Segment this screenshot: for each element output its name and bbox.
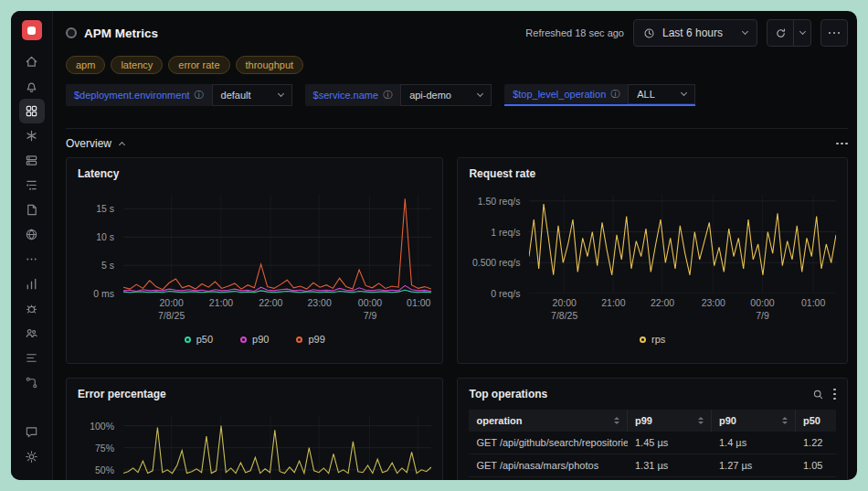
- legend-item-p99[interactable]: p99: [296, 334, 324, 345]
- panel-top-operations: Top operations operation p99: [457, 378, 848, 480]
- latency-y-axis: 0 ms5 s10 s15 s: [78, 195, 123, 294]
- sidebar-item-billing[interactable]: [19, 346, 45, 370]
- filter-value-text: default: [221, 90, 251, 101]
- time-range-select[interactable]: Last 6 hours: [633, 19, 757, 47]
- tag-error-rate[interactable]: error rate: [168, 56, 229, 74]
- globe-icon: [25, 228, 38, 241]
- dashboards-grid-icon: [25, 104, 38, 118]
- sidebar-item-support[interactable]: [19, 420, 45, 444]
- refreshed-status: Refreshed 18 sec ago: [525, 27, 624, 38]
- page-title: APM Metrics: [84, 27, 158, 40]
- sort-icon: [614, 417, 619, 424]
- x-tick-label: 21:00: [601, 297, 625, 308]
- table-menu-button[interactable]: [833, 389, 836, 400]
- section-overview-bar: Overview: [66, 128, 848, 150]
- request-rate-chart[interactable]: [529, 195, 836, 294]
- filter-var-label: $top_level_operation ⓘ: [504, 84, 628, 104]
- dashboard-circle-icon: [66, 27, 77, 38]
- time-range-value: Last 6 hours: [662, 27, 723, 39]
- sidebar-item-home[interactable]: [19, 49, 45, 74]
- y-tick-label: 50%: [95, 464, 114, 475]
- latency-chart[interactable]: [123, 195, 431, 294]
- x-tick-label: 22:00: [259, 297, 282, 308]
- x-tick-label: 22:00: [651, 297, 674, 308]
- legend-item-p50[interactable]: p50: [185, 334, 213, 345]
- bar-chart-icon: [25, 277, 38, 291]
- table-row[interactable]: GET /api/github/search/repositories 1.45…: [469, 432, 836, 454]
- column-p50[interactable]: p50: [796, 410, 836, 432]
- sidebar-item-traces[interactable]: [19, 173, 45, 197]
- tag-throughput[interactable]: throughput: [236, 56, 304, 74]
- y-tick-label: 75%: [95, 443, 114, 454]
- info-icon[interactable]: ⓘ: [610, 88, 619, 101]
- chevron-down-icon: [742, 28, 748, 35]
- filter-top-level-operation: $top_level_operation ⓘ ALL: [504, 84, 695, 106]
- trace-list-icon: [25, 178, 38, 192]
- sidebar-item-service-map[interactable]: [19, 321, 45, 346]
- document-icon: [25, 203, 38, 217]
- p90-dot-icon: [240, 336, 247, 343]
- tag-apm[interactable]: apm: [66, 56, 105, 74]
- section-toggle[interactable]: Overview: [66, 137, 124, 150]
- filter-value-dropdown[interactable]: default: [212, 84, 292, 106]
- refresh-button[interactable]: [767, 20, 793, 46]
- server-icon: [25, 154, 38, 167]
- table-header-row: operation p99 p90 p50: [469, 410, 836, 432]
- panel-latency: Latency 0 ms5 s10 s15 s 20:007/8/2521:00…: [66, 157, 443, 364]
- info-icon[interactable]: ⓘ: [195, 89, 204, 101]
- sidebar-item-api-monitoring[interactable]: [19, 222, 45, 247]
- filter-deployment-environment: $deployment.environment ⓘ default: [66, 84, 292, 106]
- error-percentage-chart[interactable]: [123, 415, 431, 480]
- chevron-down-icon: [477, 91, 483, 97]
- error-percentage-y-axis: 50%75%100%: [78, 415, 123, 480]
- column-p90[interactable]: p90: [712, 410, 796, 432]
- sidebar-item-logs[interactable]: [19, 197, 45, 222]
- sidebar-item-integrations[interactable]: [19, 370, 45, 395]
- sidebar-item-services[interactable]: [19, 123, 45, 148]
- table-row[interactable]: GET /api/nasa/mars/photos 1.31 µs 1.27 µ…: [469, 454, 836, 477]
- filter-value-dropdown[interactable]: api-demo: [400, 84, 492, 106]
- column-label: p50: [803, 415, 820, 426]
- sidebar-item-settings[interactable]: [19, 444, 45, 469]
- operation-cell: GET /api/nasa/mars/photos: [469, 454, 628, 476]
- legend-item-rps[interactable]: rps: [640, 334, 665, 345]
- sidebar-item-exceptions[interactable]: [19, 296, 45, 321]
- y-tick-label: 10 s: [96, 231, 114, 242]
- filter-value-dropdown[interactable]: ALL: [628, 84, 695, 104]
- sidebar-item-infrastructure[interactable]: [19, 148, 45, 173]
- x-tick-label: 21:00: [209, 297, 233, 308]
- refresh-options-button[interactable]: [793, 20, 810, 46]
- info-icon[interactable]: ⓘ: [383, 89, 392, 101]
- chevron-down-icon: [681, 90, 687, 96]
- legend-item-p90[interactable]: p90: [240, 334, 269, 345]
- section-menu-button[interactable]: [836, 143, 848, 145]
- filter-value-text: ALL: [637, 89, 655, 100]
- p50-cell: 1.05: [796, 454, 836, 476]
- column-label: operation: [476, 415, 522, 426]
- panels-grid: Latency 0 ms5 s10 s15 s 20:007/8/2521:00…: [66, 157, 848, 480]
- refresh-icon: [775, 27, 787, 39]
- column-operation[interactable]: operation: [469, 410, 628, 432]
- p50-cell: 1.22: [796, 432, 836, 454]
- column-p99[interactable]: p99: [628, 410, 712, 432]
- x-tick-label: 01:00: [407, 297, 430, 308]
- app-logo-icon[interactable]: [22, 20, 42, 40]
- dashboard-menu-button[interactable]: [820, 19, 848, 47]
- sidebar-item-alerts[interactable]: [19, 74, 45, 99]
- refresh-button-group: [767, 19, 811, 47]
- operations-table: operation p99 p90 p50: [469, 410, 836, 477]
- column-label: p90: [719, 415, 736, 426]
- sidebar-item-dashboards[interactable]: [19, 99, 45, 123]
- sidebar-item-usage[interactable]: [19, 272, 45, 296]
- p99-cell: 1.45 µs: [628, 432, 712, 454]
- x-tick-label: 23:00: [307, 297, 331, 308]
- legend-label: p99: [308, 334, 324, 345]
- search-icon[interactable]: [812, 389, 824, 400]
- panel-title: Top operations: [469, 388, 547, 400]
- variable-filters: $deployment.environment ⓘ default $servi…: [66, 84, 848, 106]
- p90-cell: 1.27 µs: [712, 454, 796, 476]
- tag-latency[interactable]: latency: [111, 56, 163, 74]
- sidebar-item-more[interactable]: [19, 247, 45, 272]
- panel-title: Error percentage: [78, 388, 431, 400]
- p50-dot-icon: [185, 336, 191, 343]
